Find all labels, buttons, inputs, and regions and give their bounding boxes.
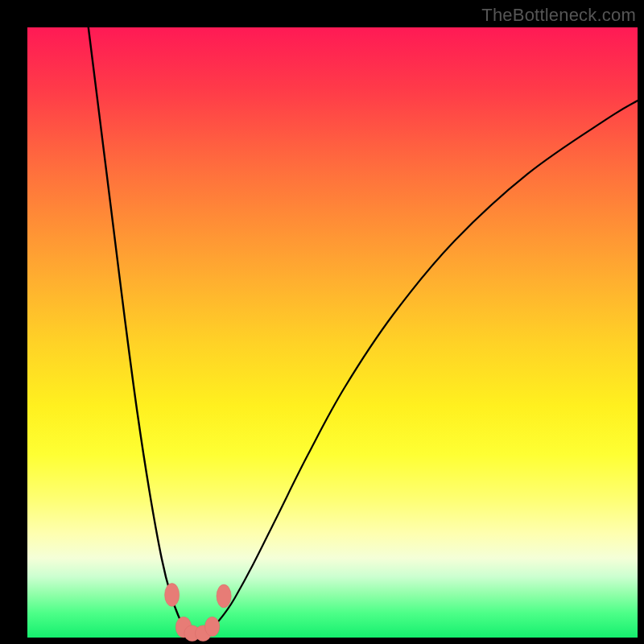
chart-frame: TheBottleneck.com xyxy=(0,0,644,644)
minimum-marker xyxy=(205,617,220,636)
plot-area xyxy=(27,27,638,638)
watermark-text: TheBottleneck.com xyxy=(481,5,636,26)
curve-svg xyxy=(27,27,638,638)
minimum-marker xyxy=(165,584,180,607)
minimum-marker xyxy=(217,584,231,608)
curve-left-branch xyxy=(89,27,198,634)
curve-right-branch xyxy=(198,101,638,634)
minimum-markers xyxy=(165,584,232,642)
